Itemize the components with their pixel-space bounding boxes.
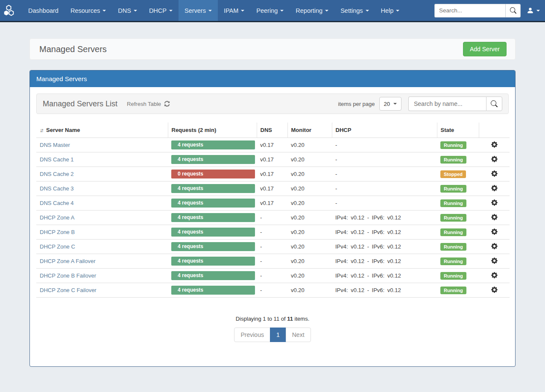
dhcp-version: IPv4: v0.12 - IPv6: v0.12 <box>332 225 437 240</box>
nav-item-dashboard[interactable]: Dashboard <box>22 0 64 21</box>
nav-item-help[interactable]: Help <box>375 0 406 21</box>
list-title: Managed Servers List <box>43 99 117 108</box>
dropdown-caret-icon <box>396 10 399 12</box>
navbar-search-input[interactable] <box>434 4 505 18</box>
server-name-link[interactable]: DNS Cache 2 <box>40 171 73 177</box>
gear-icon[interactable] <box>491 170 498 177</box>
column-header-state: State <box>437 123 479 138</box>
server-name-link[interactable]: DHCP Zone C <box>40 243 75 250</box>
dns-version: v0.17 <box>257 196 287 211</box>
nav-item-label: Help <box>381 7 394 14</box>
navbar-search-button[interactable] <box>505 4 521 18</box>
dropdown-caret-icon <box>134 10 137 12</box>
monitor-version: v0.20 <box>287 240 332 254</box>
dhcp-version: - <box>332 181 437 196</box>
monitor-version: v0.20 <box>287 225 332 240</box>
server-name-link[interactable]: DNS Master <box>40 142 70 148</box>
nav-item-dns[interactable]: DNS <box>112 0 143 21</box>
hexagons-logo-icon <box>3 4 15 17</box>
nav-item-reporting[interactable]: Reporting <box>290 0 334 21</box>
state-badge: Running <box>440 243 466 251</box>
nav-item-resources[interactable]: Resources <box>64 0 112 21</box>
nav-item-label: Servers <box>185 7 206 14</box>
server-name-link[interactable]: DNS Cache 4 <box>40 200 73 206</box>
state-badge: Running <box>440 257 466 265</box>
requests-bar: 4 requests <box>171 184 255 193</box>
gear-icon[interactable] <box>491 156 498 162</box>
refresh-table-label: Refresh Table <box>127 101 161 107</box>
gear-icon[interactable] <box>491 185 498 191</box>
item-count: 11 <box>287 316 293 322</box>
dns-version: v0.17 <box>257 167 287 181</box>
add-server-button[interactable]: Add Server <box>463 42 507 56</box>
requests-bar: 4 requests <box>171 199 255 208</box>
dhcp-version: IPv4: v0.12 - IPv6: v0.12 <box>332 211 437 225</box>
dhcp-version: IPv4: v0.12 - IPv6: v0.12 <box>332 283 437 298</box>
dhcp-version: - <box>332 167 437 181</box>
items-per-page-select[interactable]: 20 <box>379 97 401 111</box>
pagination-current-page[interactable]: 1 <box>270 328 286 342</box>
table-search-input[interactable] <box>408 97 486 111</box>
table-search-button[interactable] <box>486 97 502 111</box>
column-header-requests: Requests (2 min) <box>168 123 257 138</box>
sort-icon: ↓↑ <box>40 127 43 133</box>
nav-item-label: DNS <box>118 7 131 14</box>
table-row: DNS Cache 20 requestsv0.17v0.20-Stopped <box>36 167 510 181</box>
server-name-link[interactable]: DHCP Zone C Failover <box>40 287 97 293</box>
gear-icon[interactable] <box>491 272 498 278</box>
dropdown-caret-icon <box>325 10 328 12</box>
nav-item-peering[interactable]: Peering <box>250 0 290 21</box>
server-name-link[interactable]: DNS Cache 3 <box>40 185 73 192</box>
column-header-actions <box>479 123 510 138</box>
gear-icon[interactable] <box>491 287 498 293</box>
dns-version: - <box>257 269 287 283</box>
column-header-server-name[interactable]: ↓↑Server Name <box>36 123 168 138</box>
column-header-dhcp: DHCP <box>332 123 437 138</box>
state-badge: Running <box>440 141 466 149</box>
pagination-next[interactable]: Next <box>286 328 311 342</box>
select-caret-icon <box>393 103 397 105</box>
pagination-previous[interactable]: Previous <box>234 328 270 342</box>
server-name-link[interactable]: DHCP Zone A Failover <box>40 258 96 264</box>
nav-item-settings[interactable]: Settings <box>334 0 375 21</box>
table-row: DNS Cache 34 requestsv0.17v0.20-Running <box>36 181 510 196</box>
table-row: DHCP Zone A Failover4 requests-v0.20IPv4… <box>36 254 510 269</box>
server-name-link[interactable]: DNS Cache 1 <box>40 156 73 163</box>
page-header-bar: Managed Servers Add Server <box>29 38 516 60</box>
table-row: DHCP Zone B Failover4 requests-v0.20IPv4… <box>36 269 510 283</box>
dns-version: - <box>257 211 287 225</box>
table-row: DNS Cache 44 requestsv0.17v0.20-Running <box>36 196 510 211</box>
dhcp-version: IPv4: v0.12 - IPv6: v0.12 <box>332 240 437 254</box>
refresh-table-link[interactable]: Refresh Table <box>127 101 170 107</box>
monitor-version: v0.20 <box>287 181 332 196</box>
search-icon <box>491 100 498 107</box>
dropdown-caret-icon <box>103 10 106 12</box>
dhcp-version: - <box>332 152 437 167</box>
nav-item-label: Dashboard <box>28 7 59 14</box>
column-header-monitor: Monitor <box>287 123 332 138</box>
monitor-version: v0.20 <box>287 196 332 211</box>
refresh-icon <box>164 101 170 107</box>
server-name-link[interactable]: DHCP Zone B Failover <box>40 272 96 279</box>
gear-icon[interactable] <box>491 199 498 206</box>
search-icon <box>510 7 516 14</box>
gear-icon[interactable] <box>491 257 498 264</box>
brand-logo[interactable] <box>0 0 22 21</box>
dropdown-caret-icon <box>169 10 173 12</box>
nav-item-servers[interactable]: Servers <box>179 0 218 21</box>
gear-icon[interactable] <box>491 141 498 148</box>
nav-item-dhcp[interactable]: DHCP <box>143 0 179 21</box>
gear-icon[interactable] <box>491 214 498 220</box>
table-toolbar: Managed Servers List Refresh Table items… <box>36 94 509 114</box>
table-row: DHCP Zone C Failover4 requests-v0.20IPv4… <box>36 283 510 298</box>
state-badge: Running <box>440 272 466 280</box>
nav-item-ipam[interactable]: IPAM <box>218 0 250 21</box>
server-name-link[interactable]: DHCP Zone A <box>40 214 74 221</box>
gear-icon[interactable] <box>491 228 498 235</box>
gear-icon[interactable] <box>491 243 498 249</box>
nav-item-label: Settings <box>340 7 363 14</box>
server-table-body: DNS Master4 requestsv0.17v0.20-RunningDN… <box>36 138 510 298</box>
user-menu[interactable] <box>527 7 540 14</box>
server-name-link[interactable]: DHCP Zone B <box>40 229 75 235</box>
nav-item-label: Peering <box>256 7 278 14</box>
